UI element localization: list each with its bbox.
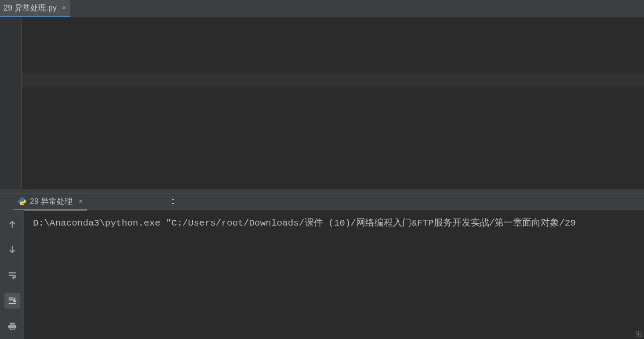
scroll-to-end-icon bbox=[7, 296, 17, 306]
panel-splitter[interactable] bbox=[0, 189, 644, 193]
print-icon bbox=[7, 321, 17, 331]
console-output[interactable]: D:\Anaconda3\python.exe "C:/Users/root/D… bbox=[24, 210, 644, 339]
run-panel-header: 29 异常处理 × bbox=[0, 193, 644, 210]
scroll-to-end-button[interactable] bbox=[4, 293, 20, 309]
editor-content[interactable] bbox=[22, 18, 644, 189]
print-button[interactable] bbox=[4, 318, 20, 334]
current-line-highlight bbox=[22, 73, 644, 87]
corner-text: 泡 bbox=[635, 330, 642, 339]
editor-gutter bbox=[0, 18, 22, 189]
close-icon[interactable]: × bbox=[62, 4, 66, 12]
soft-wrap-button[interactable] bbox=[4, 267, 20, 283]
up-arrow-button[interactable] bbox=[4, 216, 20, 232]
down-arrow-button[interactable] bbox=[4, 242, 20, 258]
run-tab-active[interactable]: 29 异常处理 × bbox=[13, 193, 87, 211]
close-icon[interactable]: × bbox=[79, 197, 83, 205]
editor-tab-label: 29 异常处理.py bbox=[4, 3, 57, 13]
editor-area[interactable] bbox=[0, 18, 644, 189]
arrow-down-icon bbox=[7, 245, 17, 255]
run-toolbar bbox=[0, 210, 24, 339]
editor-tab-active[interactable]: 29 异常处理.py × bbox=[0, 0, 70, 17]
run-tab-label: 29 异常处理 bbox=[30, 196, 73, 207]
run-panel: D:\Anaconda3\python.exe "C:/Users/root/D… bbox=[0, 210, 644, 339]
arrow-up-icon bbox=[7, 219, 17, 229]
editor-tab-bar: 29 异常处理.py × bbox=[0, 0, 644, 18]
soft-wrap-icon bbox=[7, 270, 17, 280]
python-icon bbox=[18, 197, 26, 206]
